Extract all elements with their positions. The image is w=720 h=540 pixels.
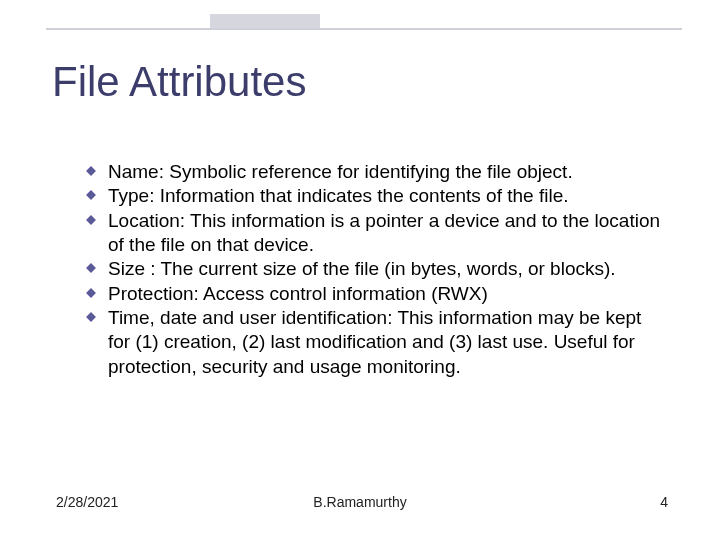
diamond-bullet-icon (86, 312, 96, 322)
header-decoration (0, 0, 720, 34)
footer-author: B.Ramamurthy (0, 494, 720, 510)
svg-rect-3 (86, 263, 96, 273)
list-item: Location: This information is a pointer … (86, 209, 668, 258)
header-line (46, 28, 682, 30)
footer-page-number: 4 (660, 494, 668, 510)
svg-rect-1 (86, 190, 96, 200)
list-item: Time, date and user identification: This… (86, 306, 668, 379)
bullet-text: Name: Symbolic reference for identifying… (108, 161, 573, 182)
list-item: Name: Symbolic reference for identifying… (86, 160, 668, 184)
diamond-bullet-icon (86, 288, 96, 298)
svg-rect-4 (86, 288, 96, 298)
slide-title: File Attributes (52, 58, 306, 106)
svg-rect-0 (86, 166, 96, 176)
list-item: Size : The current size of the file (in … (86, 257, 668, 281)
svg-rect-2 (86, 215, 96, 225)
slide: File Attributes Name: Symbolic reference… (0, 0, 720, 540)
list-item: Type: Information that indicates the con… (86, 184, 668, 208)
diamond-bullet-icon (86, 215, 96, 225)
diamond-bullet-icon (86, 263, 96, 273)
diamond-bullet-icon (86, 166, 96, 176)
diamond-bullet-icon (86, 190, 96, 200)
svg-rect-5 (86, 312, 96, 322)
bullet-text: Size : The current size of the file (in … (108, 258, 616, 279)
list-item: Protection: Access control information (… (86, 282, 668, 306)
bullet-text: Time, date and user identification: This… (108, 307, 641, 377)
bullet-text: Protection: Access control information (… (108, 283, 488, 304)
bullet-text: Type: Information that indicates the con… (108, 185, 569, 206)
bullet-text: Location: This information is a pointer … (108, 210, 660, 255)
bullet-list: Name: Symbolic reference for identifying… (86, 160, 668, 379)
